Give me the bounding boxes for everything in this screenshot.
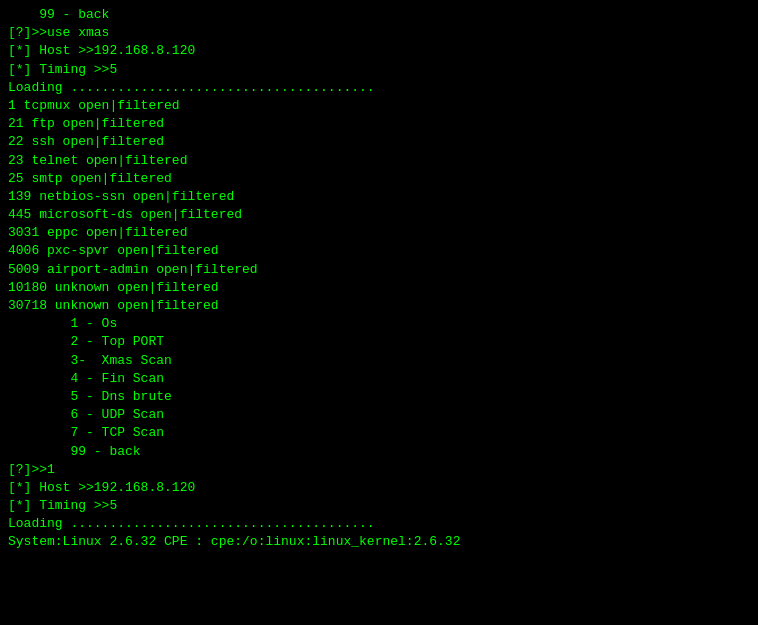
terminal-line: System:Linux 2.6.32 CPE : cpe:/o:linux:l… [8, 533, 750, 551]
terminal-line: [*] Host >>192.168.8.120 [8, 42, 750, 60]
terminal-line: 30718 unknown open|filtered [8, 297, 750, 315]
terminal-line: 6 - UDP Scan [8, 406, 750, 424]
terminal-line: [*] Timing >>5 [8, 497, 750, 515]
terminal-line: 99 - back [8, 6, 750, 24]
terminal-line: 23 telnet open|filtered [8, 152, 750, 170]
terminal-line: 7 - TCP Scan [8, 424, 750, 442]
terminal-line: [?]>>1 [8, 461, 750, 479]
terminal-line: 25 smtp open|filtered [8, 170, 750, 188]
terminal-line: 4006 pxc-spvr open|filtered [8, 242, 750, 260]
terminal-window: 99 - back[?]>>use xmas[*] Host >>192.168… [0, 0, 758, 625]
terminal-line: 139 netbios-ssn open|filtered [8, 188, 750, 206]
terminal-line: 1 - Os [8, 315, 750, 333]
terminal-line: 3- Xmas Scan [8, 352, 750, 370]
terminal-line: 10180 unknown open|filtered [8, 279, 750, 297]
terminal-line: [?]>>use xmas [8, 24, 750, 42]
terminal-line: 445 microsoft-ds open|filtered [8, 206, 750, 224]
terminal-line: 4 - Fin Scan [8, 370, 750, 388]
terminal-line: 1 tcpmux open|filtered [8, 97, 750, 115]
terminal-line: Loading ................................… [8, 515, 750, 533]
terminal-line: 22 ssh open|filtered [8, 133, 750, 151]
terminal-line: 5009 airport-admin open|filtered [8, 261, 750, 279]
terminal-line: 5 - Dns brute [8, 388, 750, 406]
terminal-output: 99 - back[?]>>use xmas[*] Host >>192.168… [8, 6, 750, 552]
terminal-line: 21 ftp open|filtered [8, 115, 750, 133]
terminal-line: [*] Timing >>5 [8, 61, 750, 79]
terminal-line: 99 - back [8, 443, 750, 461]
terminal-line: 3031 eppc open|filtered [8, 224, 750, 242]
terminal-line: [*] Host >>192.168.8.120 [8, 479, 750, 497]
terminal-line: 2 - Top PORT [8, 333, 750, 351]
terminal-line: Loading ................................… [8, 79, 750, 97]
